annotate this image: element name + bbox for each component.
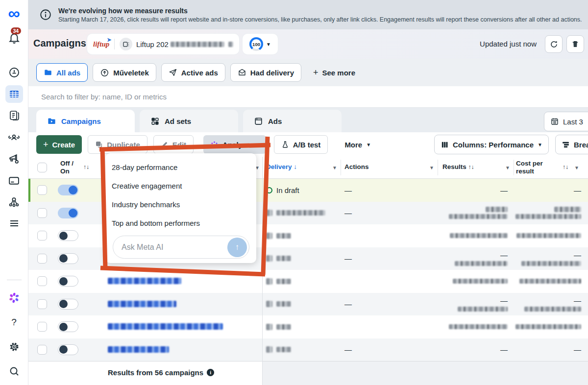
row-toggle[interactable] <box>58 321 78 332</box>
column-header-off-on[interactable]: Off / On <box>60 160 83 175</box>
results-value: — <box>500 186 508 194</box>
edit-button[interactable]: Edit <box>153 135 194 154</box>
meta-logo-icon[interactable]: ∞ <box>8 4 20 23</box>
tab-campaigns[interactable]: Campaigns <box>36 110 135 132</box>
sidebar-item-advertising[interactable] <box>5 150 23 168</box>
menu-item-top-bottom-performers[interactable]: Top and bottom performers <box>105 214 256 232</box>
sidebar-item-settings[interactable] <box>5 338 23 356</box>
refresh-button[interactable] <box>545 35 563 53</box>
filter-chip-active-ads[interactable]: Active ads <box>161 63 225 82</box>
row-toggle[interactable] <box>58 253 78 264</box>
score-gauge-icon: 100 <box>249 37 263 51</box>
row-checkbox[interactable] <box>37 185 47 195</box>
filter-chip-had-delivery[interactable]: Had delivery <box>230 63 301 82</box>
row-toggle[interactable] <box>58 208 78 218</box>
delivery-status-redacted <box>276 301 291 307</box>
sidebar-item-billing[interactable] <box>5 171 23 189</box>
chevron-down-icon[interactable]: ▼ <box>429 165 434 170</box>
ad-account-selector[interactable]: liftup➤ Liftup 202 <box>87 34 239 54</box>
results-summary: Results from 56 campaigns i <box>108 368 214 377</box>
logo-plane-icon: ➤ <box>107 37 111 43</box>
campaign-name-redacted[interactable] <box>108 323 223 330</box>
sidebar-item-meta-ai[interactable] <box>5 289 23 307</box>
send-button[interactable]: ↑ <box>227 238 247 257</box>
row-checkbox[interactable] <box>37 254 47 264</box>
frozen-column-divider <box>262 157 263 385</box>
trash-icon <box>571 40 580 48</box>
page-header: Campaigns liftup➤ Liftup 202 100 ▼ Updat… <box>28 29 588 59</box>
column-header-delivery[interactable]: Delivery ↓ <box>266 163 297 170</box>
row-checkbox[interactable] <box>37 345 47 355</box>
report-pages-icon <box>8 110 20 121</box>
chevron-down-icon[interactable]: ▼ <box>505 165 510 170</box>
campaign-name-redacted[interactable] <box>108 301 176 307</box>
ask-meta-ai-input[interactable] <box>122 243 227 252</box>
filter-chip-muveletek[interactable]: Műveletek <box>93 63 156 82</box>
sort-icon[interactable]: ↑↓ <box>83 164 89 170</box>
row-checkbox[interactable] <box>37 299 47 309</box>
create-label: Create <box>52 141 75 149</box>
chevron-down-icon[interactable]: ▼ <box>332 165 337 170</box>
column-header-cost-per-result[interactable]: Cost per result <box>516 160 551 175</box>
row-checkbox[interactable] <box>37 208 47 218</box>
chevron-down-icon: ▼ <box>266 42 271 47</box>
sidebar-item-audiences[interactable] <box>5 128 23 146</box>
tab-ad-sets[interactable]: Ad sets <box>140 110 238 132</box>
row-checkbox[interactable] <box>37 322 47 332</box>
create-button[interactable]: + Create <box>36 135 82 154</box>
column-header-actions[interactable]: Actions <box>344 163 369 170</box>
more-button[interactable]: More ▼ <box>338 135 378 154</box>
row-checkbox[interactable] <box>37 231 47 241</box>
filter-chip-all-ads[interactable]: All ads <box>36 63 88 82</box>
tab-ads[interactable]: Ads <box>243 110 342 132</box>
row-toggle[interactable] <box>58 230 78 241</box>
ask-meta-ai-field: ↑ <box>113 236 249 259</box>
sidebar-item-all-tools[interactable] <box>5 215 23 232</box>
banner-title: We're evolving how we measure results <box>58 7 582 15</box>
meta-ai-sparkle-icon <box>210 141 219 149</box>
sidebar-item-ads-reporting[interactable] <box>5 107 23 124</box>
columns-button[interactable]: Columns: Performance ▼ <box>434 135 549 154</box>
search-input[interactable] <box>41 93 588 101</box>
sidebar-item-help[interactable]: ? <box>5 313 23 331</box>
sidebar-item-overview[interactable] <box>5 64 23 81</box>
see-more-filters-button[interactable]: + See more <box>313 68 355 78</box>
menu-item-28-day-performance[interactable]: 28-day performance <box>105 158 256 176</box>
delivery-status: In draft <box>276 186 299 194</box>
duplicate-button[interactable]: Duplicate <box>88 135 147 154</box>
gear-icon <box>8 341 20 353</box>
results-cell: — <box>438 179 508 202</box>
row-toggle[interactable] <box>58 299 78 310</box>
account-score-dropdown[interactable]: 100 ▼ <box>243 34 278 54</box>
gauge-icon <box>8 67 20 78</box>
filter-chip-label: Active ads <box>181 69 218 77</box>
row-checkbox[interactable] <box>37 276 47 286</box>
sidebar-item-search[interactable] <box>5 362 23 380</box>
delete-button[interactable] <box>566 35 584 53</box>
select-all-checkbox[interactable] <box>37 163 47 172</box>
notifications-button[interactable]: 34 <box>8 31 21 44</box>
analyze-button[interactable]: Analyze ▼ <box>203 135 266 154</box>
chevron-down-icon: ▼ <box>254 142 259 147</box>
column-header-results[interactable]: Results ↑↓ <box>442 163 474 170</box>
cost-sublabel-redacted <box>521 261 581 266</box>
cost-sublabel-redacted <box>524 307 581 312</box>
ab-test-button[interactable]: A/B test <box>274 135 328 154</box>
row-toggle[interactable] <box>58 344 78 355</box>
info-icon[interactable]: i <box>207 369 214 376</box>
divider <box>114 39 115 49</box>
campaign-name-redacted[interactable] <box>108 346 169 353</box>
menu-item-industry-benchmarks[interactable]: Industry benchmarks <box>105 195 256 214</box>
chevron-down-icon[interactable]: ▼ <box>574 165 579 170</box>
campaign-name-redacted[interactable] <box>108 278 181 284</box>
breakdown-button[interactable]: Breakd <box>555 135 588 154</box>
results-cell: — <box>438 338 508 361</box>
sidebar-item-events-manager[interactable] <box>5 193 23 211</box>
filter-chip-label: All ads <box>56 69 80 77</box>
sidebar-item-campaigns[interactable] <box>5 85 23 103</box>
asset-tree-icon <box>8 196 20 208</box>
date-range-picker[interactable]: Last 3 <box>544 112 588 131</box>
row-toggle[interactable] <box>58 185 78 195</box>
menu-item-creative-engagement[interactable]: Creative engagement <box>105 176 256 195</box>
row-toggle[interactable] <box>58 276 78 287</box>
